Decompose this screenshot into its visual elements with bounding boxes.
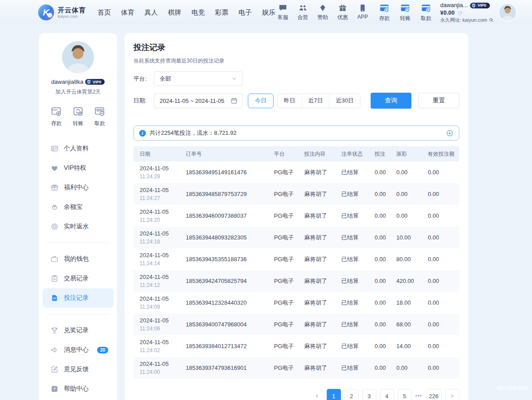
user-avatar[interactable] xyxy=(499,4,516,21)
cell-content: 麻将胡了 xyxy=(300,227,337,248)
cell-valid: 0.00 xyxy=(423,183,459,205)
sidebar-item-label: VIP特权 xyxy=(64,164,86,172)
user-info-block[interactable]: dawanjia... VIP0 ¥0.00 永久网址: kaiyun.com xyxy=(440,2,494,23)
pagination-ellipsis[interactable]: ••• xyxy=(415,393,422,399)
pagination-page-1[interactable]: 1 xyxy=(327,389,341,400)
range-button-近30日[interactable]: 近30日 xyxy=(329,94,360,108)
reset-button[interactable]: 重置 xyxy=(419,93,459,109)
cell-content: 麻将胡了 xyxy=(300,292,337,314)
bet-time: 11:24:14 xyxy=(140,260,181,267)
date-range-input[interactable]: 2024-11-05 ~ 2024-11-05 xyxy=(154,94,243,108)
nav-menu-item[interactable]: 电子 xyxy=(239,8,252,17)
cell-bet: 0.00 xyxy=(370,248,392,270)
cell-content: 麻将胡了 xyxy=(300,357,337,379)
cell-date: 2024-11-0511:24:18 xyxy=(133,227,181,248)
pagination-page-4[interactable]: 4 xyxy=(380,389,394,400)
sidebar-menu: 个人资料VIP特权福利中心余额宝实时返水我的钱包交易记录投注记录兑奖记录消息中心… xyxy=(39,139,117,399)
cell-platform: PG电子 xyxy=(270,248,300,270)
table-row: 2024-11-0511:24:091853639412328440320PG电… xyxy=(133,292,459,314)
pagination-prev-button[interactable] xyxy=(311,389,323,400)
cell-valid: 0.00 xyxy=(423,335,459,357)
help-icon: ? xyxy=(51,385,59,393)
nav-menu-item[interactable]: 电竞 xyxy=(192,8,205,17)
plus-circle-icon[interactable] xyxy=(446,129,454,137)
nav-menu-item[interactable]: 娱乐 xyxy=(262,8,275,17)
brand-logo[interactable]: K 开云体育 kaiyun.com xyxy=(38,4,86,20)
sidebar-item-意见反馈[interactable]: 意见反馈 xyxy=(43,360,113,379)
cell-status: 已结算 xyxy=(337,248,370,270)
withdraw-line-icon xyxy=(94,106,106,117)
cell-platform: PG电子 xyxy=(270,183,300,205)
user-name: dawanjia... xyxy=(440,2,468,9)
date-label: 日期: xyxy=(133,97,154,105)
cell-valid: 0.00 xyxy=(423,270,459,292)
topbar-item-合营[interactable]: 合营 xyxy=(295,4,310,21)
sidebar-item-实时返水[interactable]: 实时返水 xyxy=(43,217,113,236)
cell-content: 麻将胡了 xyxy=(300,205,337,227)
cell-order: 1853639435355188736 xyxy=(181,248,270,270)
sidebar-item-余额宝[interactable]: 余额宝 xyxy=(43,197,113,217)
pagination-page-3[interactable]: 3 xyxy=(362,389,376,400)
nav-menu-item[interactable]: 真人 xyxy=(145,8,158,17)
unread-count-badge: 20 xyxy=(97,347,108,353)
cell-order: 1853639412328440320 xyxy=(181,292,270,314)
bet-date: 2024-11-05 xyxy=(140,230,181,237)
nav-menu-item[interactable]: 体育 xyxy=(121,8,134,17)
refresh-balance-icon[interactable] xyxy=(457,10,463,16)
sidebar-item-兑奖记录[interactable]: 兑奖记录 xyxy=(43,321,113,340)
range-button-今日[interactable]: 今日 xyxy=(248,94,274,108)
range-button-昨日[interactable]: 昨日 xyxy=(278,94,301,108)
nav-menu-item[interactable]: 棋牌 xyxy=(168,8,181,17)
pagination-next-button[interactable] xyxy=(445,389,459,400)
sidebar-item-投注记录[interactable]: 投注记录 xyxy=(43,288,113,308)
search-icon[interactable] xyxy=(489,17,494,23)
sidebar-action-存款[interactable]: 存款 xyxy=(51,106,62,127)
sidebar-action-转账[interactable]: 转账 xyxy=(72,106,84,127)
nav-menu-item[interactable]: 首页 xyxy=(98,8,111,17)
search-button[interactable]: 查询 xyxy=(371,93,411,109)
topbar-item-取款[interactable]: 取款 xyxy=(419,3,434,22)
sidebar-item-福利中心[interactable]: 福利中心 xyxy=(43,178,113,197)
topbar-item-赞助[interactable]: 赞助 xyxy=(315,4,330,21)
platform-select[interactable]: 全部 xyxy=(154,71,243,86)
cell-bet: 0.00 xyxy=(370,205,392,227)
withdraw-card-icon xyxy=(421,3,431,13)
user-balance: ¥0.00 xyxy=(440,9,455,17)
profile-avatar[interactable] xyxy=(62,41,94,73)
bet-time: 11:24:20 xyxy=(140,217,181,223)
sidebar-item-VIP特权[interactable]: VIP特权 xyxy=(43,158,113,178)
sidebar-action-取款[interactable]: 取款 xyxy=(94,106,106,127)
sidebar-item-消息中心[interactable]: 消息中心20 xyxy=(43,340,113,360)
pagination-page-5[interactable]: 5 xyxy=(398,389,412,400)
sidebar-item-个人资料[interactable]: 个人资料 xyxy=(43,139,113,158)
nav-menu-item[interactable]: 彩票 xyxy=(215,8,228,17)
topbar-item-转账[interactable]: 转账 xyxy=(398,3,413,22)
sidebar-item-label: 消息中心 xyxy=(64,346,89,354)
column-header: 派彩 xyxy=(392,146,423,161)
cell-content: 麻将胡了 xyxy=(300,335,337,357)
topbar-item-存款[interactable]: 存款 xyxy=(377,3,392,22)
topbar-item-优惠[interactable]: 优惠 xyxy=(335,4,350,21)
topbar-wallet-items: 存款转账取款 xyxy=(377,3,434,22)
sidebar-item-帮助中心[interactable]: ?帮助中心 xyxy=(43,379,113,399)
range-button-近7日[interactable]: 近7日 xyxy=(301,94,329,108)
sidebar-item-我的钱包[interactable]: 我的钱包 xyxy=(43,249,113,269)
brand-logo-icon: K xyxy=(38,4,54,20)
vip-heart-icon xyxy=(51,164,59,172)
sidebar-item-交易记录[interactable]: 交易记录 xyxy=(43,269,113,288)
pagination-page-226[interactable]: 226 xyxy=(426,389,442,400)
pagination-page-2[interactable]: 2 xyxy=(344,389,359,400)
vip-shield-icon xyxy=(471,3,476,8)
cell-bet: 0.00 xyxy=(370,335,392,357)
cell-payout: 18.00 xyxy=(392,292,423,314)
cell-payout: 0.00 xyxy=(392,161,423,183)
brand-name: 开云体育 xyxy=(58,6,86,14)
brand-domain: kaiyun.com xyxy=(58,14,86,19)
cell-date: 2024-11-0511:24:12 xyxy=(133,270,181,292)
cell-order: 1853639374793616901 xyxy=(181,357,270,379)
topbar-item-APP[interactable]: APP xyxy=(355,4,370,21)
sponsor-icon xyxy=(318,4,327,12)
sidebar-item-label: 实时返水 xyxy=(64,223,89,231)
topbar-item-客服[interactable]: 客服 xyxy=(275,4,290,21)
sidebar-item-label: 意见反馈 xyxy=(64,365,89,373)
